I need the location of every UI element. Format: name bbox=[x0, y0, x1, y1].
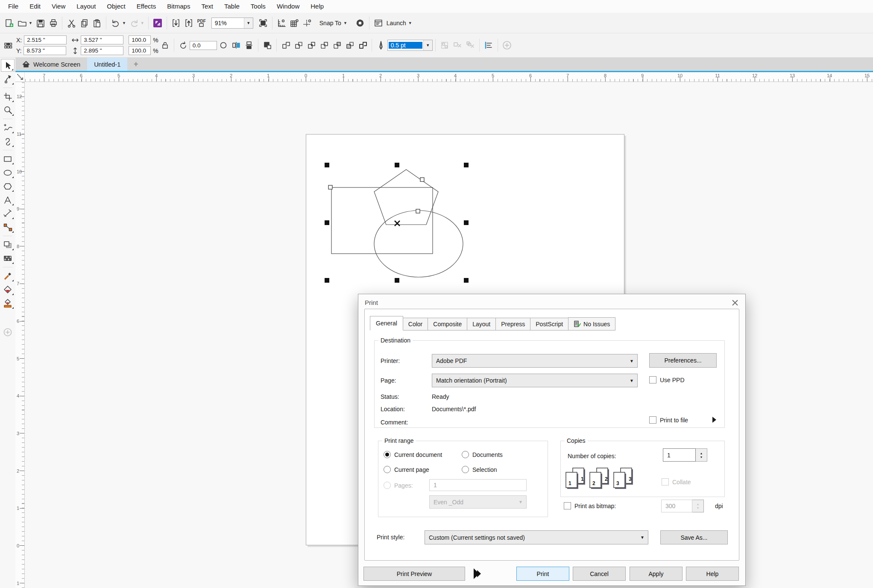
zoom-caret[interactable]: ▼ bbox=[244, 18, 253, 28]
transparency-tool[interactable] bbox=[1, 252, 15, 265]
launch-label[interactable]: Launch bbox=[387, 20, 406, 26]
interactive-fill-tool[interactable] bbox=[1, 283, 15, 296]
publish-pdf-button[interactable]: PDF bbox=[195, 17, 208, 29]
save-as-button[interactable]: Save As... bbox=[660, 530, 728, 544]
ellipse-tool[interactable] bbox=[1, 166, 15, 179]
print-as-bitmap-checkbox[interactable]: Print as bitmap: bbox=[564, 502, 616, 509]
print-style-combo[interactable]: Custom (Current settings not saved)▼ bbox=[425, 530, 648, 544]
weld-button[interactable] bbox=[279, 39, 292, 51]
launch-caret[interactable]: ▼ bbox=[408, 21, 412, 25]
undo-button[interactable] bbox=[109, 17, 122, 29]
drop-shadow-tool[interactable] bbox=[1, 238, 15, 251]
selection-radio-button[interactable] bbox=[462, 466, 469, 473]
menu-bitmaps[interactable]: Bitmaps bbox=[161, 0, 196, 13]
tab-prepress[interactable]: Prepress bbox=[495, 318, 530, 331]
tab-no-issues[interactable]: No Issues bbox=[568, 317, 615, 331]
open-dropdown-caret[interactable]: ▼ bbox=[29, 21, 32, 25]
current-page-radio-button[interactable] bbox=[384, 466, 391, 473]
menu-view[interactable]: View bbox=[46, 0, 71, 13]
x-position-field[interactable]: 2.515 " bbox=[24, 35, 67, 44]
tab-general[interactable]: General bbox=[370, 316, 403, 331]
tab-layout[interactable]: Layout bbox=[467, 318, 496, 331]
current-page-radio[interactable]: Current page bbox=[384, 466, 429, 473]
text-tool[interactable] bbox=[1, 193, 15, 206]
cut-button[interactable] bbox=[65, 17, 78, 29]
artistic-media-tool[interactable] bbox=[1, 135, 15, 148]
print-button[interactable]: Print bbox=[516, 567, 569, 581]
print-to-file-flyout-arrow[interactable] bbox=[711, 416, 717, 423]
snap-to-label[interactable]: Snap To bbox=[319, 20, 341, 26]
align-distribute-button[interactable] bbox=[482, 39, 495, 51]
intersect-button[interactable] bbox=[305, 39, 318, 51]
ellipse-object[interactable] bbox=[374, 211, 463, 277]
show-rulers-button[interactable] bbox=[275, 17, 288, 29]
page-orientation-combo[interactable]: Match orientation (Portrait)▼ bbox=[432, 374, 638, 387]
scale-width-field[interactable]: 100.0 bbox=[129, 35, 151, 44]
import-button[interactable] bbox=[170, 17, 182, 29]
full-screen-preview-button[interactable] bbox=[257, 17, 270, 29]
pentagon-object[interactable] bbox=[374, 170, 438, 225]
menu-tools[interactable]: Tools bbox=[245, 0, 271, 13]
scale-height-field[interactable]: 100.0 bbox=[129, 46, 151, 55]
menu-help[interactable]: Help bbox=[305, 0, 329, 13]
object-width-field[interactable]: 3.527 " bbox=[81, 35, 123, 44]
mini-preview-toggle-arrow[interactable] bbox=[471, 567, 486, 581]
new-document-tab-button[interactable]: + bbox=[127, 58, 144, 71]
outline-width-caret[interactable]: ▼ bbox=[423, 40, 432, 50]
copies-spinner[interactable]: 1 ▲▼ bbox=[663, 448, 707, 462]
y-position-field[interactable]: 8.573 " bbox=[23, 46, 66, 55]
printer-combo[interactable]: Adobe PDF▼ bbox=[432, 354, 638, 368]
apply-button[interactable]: Apply bbox=[630, 567, 683, 581]
horizontal-ruler[interactable]: 7 6 5 4 3 2 1 0 1 2 3 4 5 6 7 8 9 10 11 … bbox=[25, 72, 873, 82]
redo-button[interactable] bbox=[127, 17, 140, 29]
rotation-angle-field[interactable]: 0.0 bbox=[190, 41, 217, 50]
mirror-horizontal-button[interactable] bbox=[230, 39, 243, 51]
print-to-file-checkbox[interactable]: Print to file bbox=[649, 416, 688, 424]
tab-composite[interactable]: Composite bbox=[428, 318, 467, 331]
use-ppd-checkbox[interactable]: Use PPD bbox=[649, 376, 685, 383]
documents-radio[interactable]: Documents bbox=[462, 451, 503, 458]
launch-icon[interactable] bbox=[372, 17, 385, 29]
documents-radio-button[interactable] bbox=[462, 451, 469, 458]
polygon-tool[interactable] bbox=[1, 180, 15, 193]
current-document-radio-button[interactable] bbox=[384, 451, 391, 458]
print-as-bitmap-box[interactable] bbox=[564, 502, 571, 509]
menu-window[interactable]: Window bbox=[271, 0, 305, 13]
tab-postscript[interactable]: PostScript bbox=[530, 318, 568, 331]
print-to-file-box[interactable] bbox=[649, 416, 656, 424]
rotation-dial-icon[interactable] bbox=[217, 39, 230, 51]
front-minus-back-button[interactable] bbox=[331, 39, 343, 51]
undo-dropdown-caret[interactable]: ▼ bbox=[122, 21, 126, 25]
menu-effects[interactable]: Effects bbox=[131, 0, 162, 13]
menu-layout[interactable]: Layout bbox=[71, 0, 101, 13]
current-document-radio[interactable]: Current document bbox=[384, 451, 442, 458]
menu-object[interactable]: Object bbox=[101, 0, 131, 13]
cancel-button[interactable]: Cancel bbox=[573, 567, 626, 581]
snap-to-caret[interactable]: ▼ bbox=[343, 21, 347, 25]
save-button[interactable] bbox=[34, 17, 47, 29]
selection-radio[interactable]: Selection bbox=[462, 466, 497, 473]
show-guidelines-button[interactable] bbox=[301, 17, 313, 29]
back-minus-front-button[interactable] bbox=[343, 39, 356, 51]
zoom-level-combo[interactable]: 91% ▼ bbox=[211, 18, 253, 29]
tab-untitled-1[interactable]: Untitled-1 bbox=[87, 58, 127, 71]
crop-tool[interactable] bbox=[1, 90, 15, 103]
color-eyedropper-tool[interactable] bbox=[1, 269, 15, 282]
close-button[interactable] bbox=[731, 298, 739, 307]
print-preview-button[interactable]: Print Preview bbox=[363, 567, 465, 581]
smart-fill-tool[interactable] bbox=[1, 297, 15, 310]
object-position-anchor-icon[interactable] bbox=[2, 39, 15, 51]
tab-welcome-screen[interactable]: Welcome Screen bbox=[15, 58, 87, 71]
options-gear-icon[interactable] bbox=[354, 17, 366, 29]
tab-color[interactable]: Color bbox=[403, 318, 428, 331]
simplify-button[interactable] bbox=[318, 39, 331, 51]
show-grid-button[interactable] bbox=[288, 17, 301, 29]
menu-table[interactable]: Table bbox=[219, 0, 245, 13]
dimension-tool[interactable] bbox=[1, 207, 15, 220]
use-ppd-box[interactable] bbox=[649, 376, 656, 383]
menu-file[interactable]: File bbox=[3, 0, 24, 13]
menu-edit[interactable]: Edit bbox=[24, 0, 46, 13]
copies-spin-buttons[interactable]: ▲▼ bbox=[696, 448, 707, 462]
pick-tool[interactable] bbox=[1, 59, 15, 72]
pages-input[interactable]: 1 bbox=[429, 479, 527, 491]
